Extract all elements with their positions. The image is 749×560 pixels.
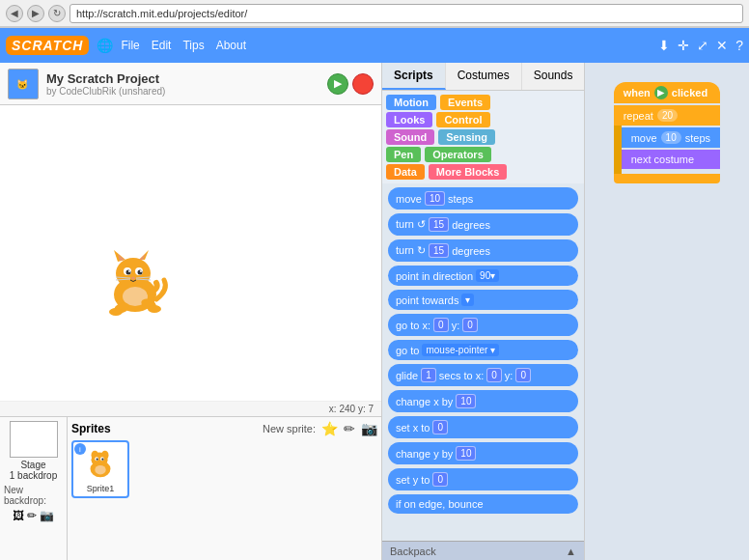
sprite-from-library-icon[interactable]: ⭐ [321, 421, 338, 436]
sprites-list-section: Sprites New sprite: ⭐ ✏ 📷 i [68, 417, 381, 560]
project-info: My Scratch Project by CodeClubRik (unsha… [46, 71, 319, 97]
hat-block-when-clicked[interactable]: when ▶ clicked [614, 82, 720, 103]
sprite-info-button[interactable]: i [74, 443, 86, 455]
svg-point-22 [109, 308, 123, 316]
cat-sprite [97, 246, 174, 323]
sprite-item[interactable]: i Sprite1 [71, 440, 129, 498]
cat-sensing[interactable]: Sensing [438, 129, 495, 145]
project-thumbnail: 🐱 [8, 69, 39, 99]
block-set-y[interactable]: set y to 0 [388, 468, 578, 490]
backdrop-paint-icon[interactable]: ✏ [27, 509, 37, 522]
scratch-logo: SCRATCH [6, 36, 89, 55]
repeat-block-wrapper: repeat 20 move 10 steps next costume [614, 105, 720, 183]
backpack-arrow-icon: ▲ [566, 546, 576, 557]
block-go-to[interactable]: go to mouse-pointer ▾ [388, 340, 578, 360]
stage-section: Stage 1 backdrop New backdrop: 🖼 ✏ 📷 [0, 417, 68, 560]
svg-point-31 [101, 459, 103, 461]
block-go-to-xy[interactable]: go to x: 0 y: 0 [388, 314, 578, 336]
code-block-group: when ▶ clicked repeat 20 move 10 steps [614, 82, 720, 183]
block-if-on-edge[interactable]: if on edge, bounce [388, 494, 578, 514]
cat-operators[interactable]: Operators [425, 147, 491, 162]
help-icon[interactable]: ? [735, 38, 743, 53]
sprite-paint-icon[interactable]: ✏ [344, 421, 355, 436]
cat-events[interactable]: Events [440, 95, 490, 110]
menu-tips[interactable]: Tips [182, 39, 204, 52]
stop-button[interactable] [352, 73, 374, 95]
menu-edit[interactable]: Edit [152, 39, 172, 52]
backdrop-camera-icon[interactable]: 📷 [40, 509, 54, 522]
svg-marker-6 [139, 250, 149, 260]
svg-point-32 [95, 465, 105, 475]
block-set-x[interactable]: set x to 0 [388, 416, 578, 438]
forward-button[interactable]: ▶ [27, 5, 44, 22]
menu-about[interactable]: About [216, 39, 246, 52]
cat-control[interactable]: Control [436, 112, 489, 127]
svg-point-13 [140, 270, 142, 272]
block-turn-left[interactable]: turn ↺ 15 degrees [388, 213, 578, 236]
block-list: move 10 steps turn ↺ 15 degrees turn ↻ 1… [382, 183, 584, 541]
cat-pen[interactable]: Pen [386, 147, 421, 162]
tab-sounds[interactable]: Sounds [522, 63, 585, 90]
back-button[interactable]: ◀ [6, 5, 23, 22]
repeat-body: move 10 steps next costume [614, 126, 720, 174]
address-bar[interactable]: http://scratch.mit.edu/projects/editor/ [69, 4, 743, 23]
refresh-button[interactable]: ↻ [48, 5, 66, 22]
backpack-bar[interactable]: Backpack ▲ [382, 541, 584, 560]
block-move-steps[interactable]: move 10 steps [388, 187, 578, 210]
sprites-grid: i Sprite1 [71, 440, 377, 498]
fullscreen-icon[interactable]: ⤢ [697, 38, 708, 53]
new-backdrop-label: New backdrop: [4, 485, 63, 506]
cat-looks[interactable]: Looks [386, 112, 432, 127]
toolbar-menu: File Edit Tips About [121, 39, 246, 52]
block-glide[interactable]: glide 1 secs to x: 0 y: 0 [388, 364, 578, 386]
cat-sound[interactable]: Sound [386, 129, 434, 145]
backdrop-upload-icon[interactable]: 🖼 [13, 509, 24, 522]
block-change-x[interactable]: change x by 10 [388, 390, 578, 412]
cat-data[interactable]: Data [386, 164, 425, 180]
category-row-5: Data More Blocks [386, 164, 580, 180]
svg-point-3 [116, 258, 151, 289]
repeat-footer [614, 174, 720, 183]
tab-costumes[interactable]: Costumes [446, 63, 522, 90]
stage-area: 🐱 My Scratch Project by CodeClubRik (uns… [0, 63, 382, 560]
tab-scripts[interactable]: Scripts [382, 63, 446, 90]
repeat-block[interactable]: repeat 20 move 10 steps next costume [614, 105, 720, 183]
sprite-camera-icon[interactable]: 📷 [361, 421, 377, 436]
block-point-towards[interactable]: point towards ▾ [388, 290, 578, 310]
green-flag-button[interactable]: ▶ [327, 73, 348, 95]
browser-nav: ◀ ▶ ↻ http://scratch.mit.edu/projects/ed… [0, 0, 749, 27]
globe-icon: 🌐 [97, 38, 113, 53]
cat-motion[interactable]: Motion [386, 95, 436, 110]
new-sprite-label: New sprite: [263, 423, 316, 434]
block-change-y[interactable]: change y by 10 [388, 442, 578, 464]
svg-point-12 [128, 270, 130, 272]
sprites-panel: Stage 1 backdrop New backdrop: 🖼 ✏ 📷 Spr… [0, 416, 381, 560]
repeat-value[interactable]: 20 [657, 109, 678, 122]
close-icon[interactable]: ✕ [716, 38, 728, 53]
new-sprite-row: New sprite: ⭐ ✏ 📷 [263, 421, 377, 436]
move-icon[interactable]: ✛ [678, 38, 689, 53]
repeat-inner: move 10 steps next costume [622, 126, 720, 174]
stage-thumb[interactable] [10, 421, 58, 458]
code-block-next-costume[interactable]: next costume [622, 150, 720, 169]
code-area[interactable]: when ▶ clicked repeat 20 move 10 steps [585, 63, 749, 560]
block-point-direction[interactable]: point in direction 90▾ [388, 266, 578, 286]
svg-point-23 [148, 305, 161, 313]
sprites-title: Sprites [71, 422, 111, 435]
stage-coords: x: 240 y: 7 [0, 401, 381, 416]
menu-file[interactable]: File [121, 39, 139, 52]
block-categories: Motion Events Looks Control Sound Sensin… [382, 91, 584, 183]
category-row-1: Motion Events [386, 95, 580, 110]
repeat-header[interactable]: repeat 20 [614, 105, 720, 126]
download-icon[interactable]: ⬇ [658, 38, 670, 53]
svg-text:🐱: 🐱 [16, 78, 29, 91]
code-move-value[interactable]: 10 [661, 131, 681, 144]
scripts-tabs: Scripts Costumes Sounds [382, 63, 584, 91]
code-block-move[interactable]: move 10 steps [622, 127, 720, 148]
header-buttons: ▶ [327, 73, 374, 95]
block-turn-right[interactable]: turn ↻ 15 degrees [388, 239, 578, 262]
cat-more[interactable]: More Blocks [429, 164, 507, 180]
svg-point-30 [97, 459, 98, 461]
browser-chrome: ◀ ▶ ↻ http://scratch.mit.edu/projects/ed… [0, 0, 749, 28]
project-author: by CodeClubRik (unshared) [46, 86, 319, 97]
